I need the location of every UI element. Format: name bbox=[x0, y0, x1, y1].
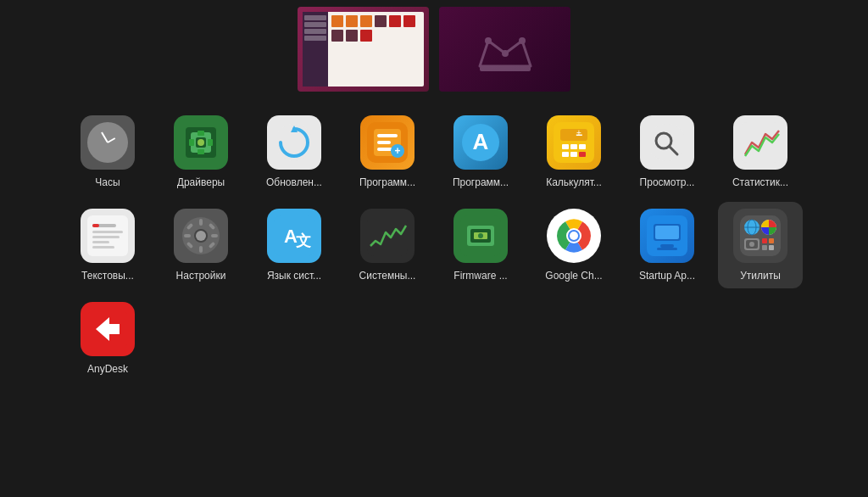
app-firmware[interactable]: Firmware ... bbox=[438, 202, 523, 288]
app-drivers-label: Драйверы bbox=[177, 176, 225, 188]
thumbnail-wallpaper[interactable] bbox=[439, 7, 570, 92]
app-software-center[interactable]: + Программ... bbox=[345, 109, 430, 195]
svg-rect-82 bbox=[762, 238, 767, 243]
app-anydesk-label: AnyDesk bbox=[87, 363, 128, 375]
app-startup-label: Startup Ap... bbox=[639, 270, 695, 282]
app-update-label: Обновлен... bbox=[266, 176, 322, 188]
settings-icon bbox=[174, 209, 228, 263]
chrome-icon bbox=[547, 209, 601, 263]
svg-point-55 bbox=[196, 231, 206, 241]
app-viewer[interactable]: Просмотр... bbox=[625, 109, 709, 195]
svg-rect-72 bbox=[660, 244, 674, 248]
svg-rect-84 bbox=[762, 245, 767, 250]
svg-point-3 bbox=[519, 37, 526, 44]
app-sysmon[interactable]: Системны... bbox=[345, 202, 430, 288]
svg-rect-18 bbox=[377, 141, 391, 144]
app-utilities[interactable]: Утилиты bbox=[718, 202, 803, 288]
svg-rect-17 bbox=[377, 134, 398, 137]
svg-text:A: A bbox=[473, 129, 489, 154]
software-props-icon: A bbox=[453, 115, 508, 170]
svg-rect-12 bbox=[198, 149, 204, 154]
app-software-center-label: Программ... bbox=[359, 176, 415, 188]
sysmon-icon bbox=[360, 209, 415, 263]
update-icon bbox=[267, 115, 321, 170]
svg-rect-48 bbox=[199, 246, 203, 253]
app-anydesk[interactable]: AnyDesk bbox=[65, 295, 150, 382]
svg-point-2 bbox=[502, 50, 509, 57]
app-calculator-label: Калькулят... bbox=[546, 176, 602, 188]
app-update[interactable]: Обновлен... bbox=[252, 109, 337, 195]
app-grid: Часы Драйверы Обновлен... bbox=[44, 109, 824, 382]
app-software-props[interactable]: A Программ... bbox=[438, 109, 523, 195]
calculator-icon: − + bbox=[547, 115, 601, 170]
app-firmware-label: Firmware ... bbox=[453, 270, 507, 282]
svg-rect-10 bbox=[208, 139, 213, 146]
app-stats-label: Статистик... bbox=[732, 176, 788, 188]
clock-icon bbox=[81, 115, 135, 170]
anydesk-icon bbox=[81, 302, 135, 356]
svg-rect-28 bbox=[562, 144, 569, 149]
svg-rect-41 bbox=[92, 236, 120, 238]
svg-rect-25 bbox=[560, 129, 587, 141]
svg-rect-83 bbox=[769, 238, 774, 243]
startup-icon bbox=[640, 209, 694, 263]
app-chrome[interactable]: Google Ch... bbox=[531, 202, 616, 288]
svg-text:+: + bbox=[394, 145, 400, 157]
svg-rect-85 bbox=[769, 245, 774, 250]
app-settings[interactable]: Настройки bbox=[159, 202, 243, 288]
svg-rect-31 bbox=[562, 152, 569, 157]
svg-rect-71 bbox=[655, 226, 679, 239]
svg-point-34 bbox=[648, 124, 686, 161]
app-sysmon-label: Системны... bbox=[359, 270, 416, 282]
svg-rect-4 bbox=[480, 66, 531, 71]
svg-text:文: 文 bbox=[296, 232, 311, 249]
svg-point-8 bbox=[198, 139, 204, 146]
svg-text:+: + bbox=[576, 128, 581, 137]
svg-rect-9 bbox=[189, 139, 194, 146]
svg-rect-50 bbox=[211, 234, 218, 237]
svg-point-1 bbox=[485, 37, 492, 44]
svg-rect-33 bbox=[579, 152, 586, 157]
svg-point-81 bbox=[749, 242, 754, 247]
svg-rect-59 bbox=[367, 215, 408, 256]
app-drivers[interactable]: Драйверы bbox=[159, 109, 243, 195]
app-text-editor[interactable]: Текстовы... bbox=[65, 202, 150, 288]
app-startup[interactable]: Startup Ap... bbox=[625, 202, 709, 288]
svg-point-68 bbox=[570, 232, 578, 240]
app-calculator[interactable]: − + Калькулят... bbox=[531, 109, 616, 195]
text-editor-icon bbox=[81, 209, 135, 263]
app-stats[interactable]: Статистик... bbox=[718, 109, 803, 195]
thumbnails-bar bbox=[298, 0, 570, 92]
app-lang-label: Язык сист... bbox=[267, 270, 321, 282]
svg-rect-11 bbox=[198, 131, 204, 136]
stats-icon bbox=[733, 115, 787, 170]
svg-rect-30 bbox=[579, 144, 586, 149]
utilities-icon bbox=[733, 209, 787, 263]
app-settings-label: Настройки bbox=[176, 270, 226, 282]
svg-rect-32 bbox=[570, 152, 577, 157]
app-software-props-label: Программ... bbox=[453, 176, 509, 188]
viewer-icon bbox=[640, 115, 694, 170]
drivers-icon bbox=[174, 115, 228, 170]
thumbnail-files[interactable] bbox=[298, 7, 429, 92]
svg-point-64 bbox=[478, 233, 483, 238]
svg-rect-40 bbox=[92, 231, 123, 233]
app-lang[interactable]: A 文 Язык сист... bbox=[252, 202, 337, 288]
svg-rect-42 bbox=[92, 241, 109, 243]
app-viewer-label: Просмотр... bbox=[640, 176, 695, 188]
app-utilities-label: Утилиты bbox=[740, 270, 781, 282]
firmware-icon bbox=[453, 209, 508, 263]
app-clock-label: Часы bbox=[95, 176, 120, 188]
app-chrome-label: Google Ch... bbox=[545, 270, 602, 282]
svg-rect-44 bbox=[92, 224, 99, 227]
svg-rect-47 bbox=[199, 219, 203, 226]
svg-rect-43 bbox=[92, 246, 114, 248]
software-center-icon: + bbox=[360, 115, 415, 170]
svg-rect-29 bbox=[570, 144, 577, 149]
svg-rect-49 bbox=[184, 234, 191, 237]
app-text-editor-label: Текстовы... bbox=[81, 270, 134, 282]
lang-icon: A 文 bbox=[267, 209, 321, 263]
app-clock[interactable]: Часы bbox=[65, 109, 150, 195]
svg-rect-73 bbox=[657, 248, 677, 250]
